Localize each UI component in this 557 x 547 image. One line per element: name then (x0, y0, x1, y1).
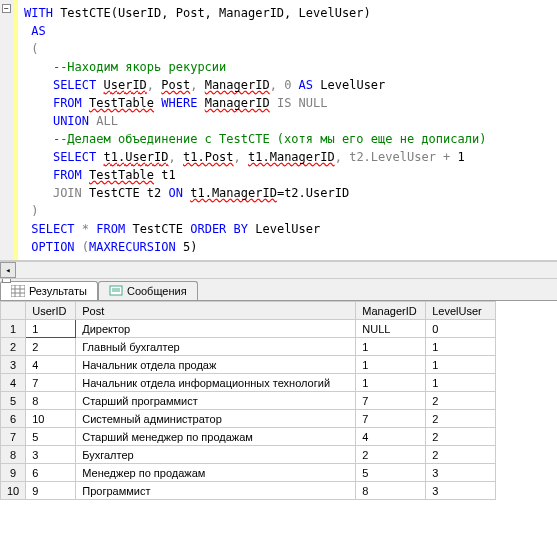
cell-leveluser[interactable]: 2 (426, 410, 496, 428)
cell-managerid[interactable]: 8 (356, 482, 426, 500)
col-header-managerid[interactable]: ManagerID (356, 302, 426, 320)
row-number[interactable]: 7 (1, 428, 26, 446)
table-row[interactable]: 96Менеджер по продажам53 (1, 464, 496, 482)
cell-managerid[interactable]: NULL (356, 320, 426, 338)
row-number[interactable]: 10 (1, 482, 26, 500)
tab-label: Сообщения (127, 285, 187, 297)
fold-toggle[interactable]: − (2, 4, 11, 13)
row-number[interactable]: 8 (1, 446, 26, 464)
cell-leveluser[interactable]: 1 (426, 374, 496, 392)
tab-results[interactable]: Результаты (0, 281, 98, 300)
cell-managerid[interactable]: 1 (356, 374, 426, 392)
cell-leveluser[interactable]: 3 (426, 482, 496, 500)
cell-post[interactable]: Старший менеджер по продажам (76, 428, 356, 446)
cell-post[interactable]: Главный бухгалтер (76, 338, 356, 356)
scroll-left-button[interactable]: ◂ (0, 262, 16, 278)
code-area[interactable]: WITH TestCTE(UserID, Post, ManagerID, Le… (18, 0, 492, 260)
cell-leveluser[interactable]: 1 (426, 356, 496, 374)
cell-userid[interactable]: 5 (26, 428, 76, 446)
cell-post[interactable]: Начальник отдела информационных технолог… (76, 374, 356, 392)
table-row[interactable]: 58Старший программист72 (1, 392, 496, 410)
cell-userid[interactable]: 3 (26, 446, 76, 464)
cell-userid[interactable]: 10 (26, 410, 76, 428)
results-grid[interactable]: UserID Post ManagerID LevelUser 11Директ… (0, 301, 496, 500)
cell-leveluser[interactable]: 3 (426, 464, 496, 482)
cell-managerid[interactable]: 1 (356, 356, 426, 374)
cell-userid[interactable]: 4 (26, 356, 76, 374)
table-row[interactable]: 109Программист83 (1, 482, 496, 500)
cell-post[interactable]: Начальник отдела продаж (76, 356, 356, 374)
cell-managerid[interactable]: 7 (356, 392, 426, 410)
cell-userid[interactable]: 8 (26, 392, 76, 410)
table-row[interactable]: 47Начальник отдела информационных технол… (1, 374, 496, 392)
svg-rect-0 (11, 285, 25, 297)
table-row[interactable]: 34Начальник отдела продаж11 (1, 356, 496, 374)
cell-post[interactable]: Бухгалтер (76, 446, 356, 464)
table-row[interactable]: 610Системный администратор72 (1, 410, 496, 428)
table-row[interactable]: 83Бухгалтер22 (1, 446, 496, 464)
grid-icon (11, 285, 25, 297)
cell-post[interactable]: Менеджер по продажам (76, 464, 356, 482)
cell-leveluser[interactable]: 2 (426, 446, 496, 464)
cell-post[interactable]: Программист (76, 482, 356, 500)
tab-messages[interactable]: Сообщения (98, 281, 198, 300)
cell-post[interactable]: Директор (76, 320, 356, 338)
cell-userid[interactable]: 7 (26, 374, 76, 392)
tab-label: Результаты (29, 285, 87, 297)
results-tabstrip: Результаты Сообщения (0, 279, 557, 301)
row-number[interactable]: 9 (1, 464, 26, 482)
cell-post[interactable]: Системный администратор (76, 410, 356, 428)
cell-userid[interactable]: 1 (26, 320, 76, 338)
cell-leveluser[interactable]: 1 (426, 338, 496, 356)
table-row[interactable]: 22Главный бухгалтер11 (1, 338, 496, 356)
cell-managerid[interactable]: 1 (356, 338, 426, 356)
cell-leveluser[interactable]: 0 (426, 320, 496, 338)
cell-leveluser[interactable]: 2 (426, 428, 496, 446)
horizontal-scrollbar[interactable]: ◂ (0, 261, 557, 279)
col-header-post[interactable]: Post (76, 302, 356, 320)
table-row[interactable]: 75Старший менеджер по продажам42 (1, 428, 496, 446)
col-header-leveluser[interactable]: LevelUser (426, 302, 496, 320)
cell-managerid[interactable]: 5 (356, 464, 426, 482)
row-number[interactable]: 5 (1, 392, 26, 410)
cell-userid[interactable]: 2 (26, 338, 76, 356)
fold-gutter: − − (0, 0, 14, 260)
cell-managerid[interactable]: 7 (356, 410, 426, 428)
row-number[interactable]: 2 (1, 338, 26, 356)
cell-managerid[interactable]: 4 (356, 428, 426, 446)
table-row[interactable]: 11ДиректорNULL0 (1, 320, 496, 338)
message-icon (109, 285, 123, 297)
row-number[interactable]: 3 (1, 356, 26, 374)
cell-managerid[interactable]: 2 (356, 446, 426, 464)
header-row: UserID Post ManagerID LevelUser (1, 302, 496, 320)
cell-userid[interactable]: 6 (26, 464, 76, 482)
col-header-userid[interactable]: UserID (26, 302, 76, 320)
cell-post[interactable]: Старший программист (76, 392, 356, 410)
sql-editor[interactable]: − − WITH TestCTE(UserID, Post, ManagerID… (0, 0, 557, 261)
row-number[interactable]: 6 (1, 410, 26, 428)
cell-leveluser[interactable]: 2 (426, 392, 496, 410)
corner-cell (1, 302, 26, 320)
row-number[interactable]: 1 (1, 320, 26, 338)
row-number[interactable]: 4 (1, 374, 26, 392)
cell-userid[interactable]: 9 (26, 482, 76, 500)
